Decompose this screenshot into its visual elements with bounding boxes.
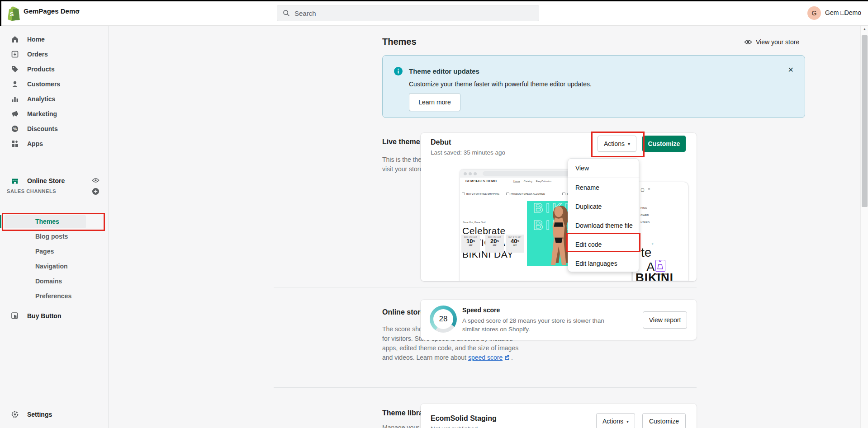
section-divider bbox=[274, 287, 697, 287]
eye-icon bbox=[744, 39, 752, 45]
sidebar-item-customers[interactable]: Customers bbox=[0, 76, 109, 91]
speed-score-link[interactable]: speed score bbox=[468, 354, 503, 361]
sidebar-item-settings[interactable]: Settings bbox=[0, 407, 109, 422]
sidebar-item-label: Orders bbox=[27, 51, 48, 58]
discount-tile: BUY 4 TO GET 40% OFF bbox=[506, 235, 524, 253]
library-actions-button[interactable]: Actions ▾ bbox=[596, 413, 635, 428]
sidebar-nav: Home Orders Products Customers Analytics… bbox=[0, 26, 109, 428]
actions-dropdown-menu: View Rename Duplicate Download theme fil… bbox=[568, 158, 639, 272]
sidebar-item-label: Marketing bbox=[27, 110, 57, 118]
theme-last-saved: Last saved: 35 minutes ago bbox=[431, 149, 505, 156]
menu-item-download-theme-file[interactable]: Download theme file bbox=[568, 216, 640, 235]
sidebar-item-label: Products bbox=[27, 66, 55, 73]
external-link-icon bbox=[503, 354, 509, 361]
tile-unit: % bbox=[517, 240, 519, 242]
promo-fragment: PING bbox=[640, 207, 647, 209]
search-icon bbox=[283, 9, 290, 17]
hero-kicker: Suns Out, Buns Out! bbox=[463, 221, 485, 224]
discount-tile: BUY 3 TO GET 20% OFF bbox=[485, 235, 504, 253]
bikini-word-fragment: BIKINI bbox=[636, 271, 674, 281]
live-theme-card: Debut Last saved: 35 minutes ago Actions… bbox=[421, 133, 697, 281]
library-customize-button[interactable]: Customize bbox=[642, 413, 686, 428]
kicker-fragment: t! bbox=[652, 242, 653, 245]
sidebar-item-home[interactable]: Home bbox=[0, 32, 109, 47]
library-theme-status: Not yet published bbox=[431, 425, 478, 428]
browser-dot bbox=[474, 172, 477, 175]
megaphone-icon bbox=[11, 110, 19, 118]
view-your-store-link[interactable]: View your store bbox=[744, 38, 799, 46]
window-top-edge bbox=[0, 0, 868, 1]
tile-bottom-label: OFF bbox=[485, 244, 504, 246]
buy-button-icon bbox=[11, 312, 19, 320]
sidebar-item-label: Buy Button bbox=[27, 312, 61, 320]
global-search[interactable] bbox=[277, 5, 539, 21]
bag-icon: ▢ bbox=[640, 188, 645, 192]
storefront-icon bbox=[11, 177, 19, 185]
preview-nav-link: EasyColumbo bbox=[536, 180, 551, 183]
menu-item-rename[interactable]: Rename bbox=[568, 178, 640, 197]
avatar-initial: G bbox=[812, 9, 817, 17]
user-menu[interactable]: Gem □Demo bbox=[825, 9, 861, 16]
menu-item-view[interactable]: View bbox=[568, 159, 640, 178]
sidebar-item-label: Customers bbox=[27, 80, 60, 88]
browser-dot bbox=[464, 172, 467, 175]
sidebar-item-analytics[interactable]: Analytics bbox=[0, 91, 109, 106]
scrollbar-thumb[interactable] bbox=[862, 35, 868, 207]
chevron-down-icon[interactable]: ▾ bbox=[77, 8, 80, 14]
speed-card-title: Speed score bbox=[462, 306, 500, 314]
scroll-up-icon[interactable]: ▲ bbox=[861, 27, 868, 31]
search-input[interactable] bbox=[294, 9, 521, 17]
page-title: Themes bbox=[382, 37, 417, 47]
sidebar-item-orders[interactable]: Orders bbox=[0, 47, 109, 61]
close-icon[interactable]: ✕ bbox=[788, 66, 794, 74]
home-icon bbox=[11, 35, 19, 43]
page-scrollbar[interactable]: ▲ bbox=[860, 26, 868, 428]
add-sales-channel-button[interactable] bbox=[92, 188, 100, 195]
svg-text:%: % bbox=[13, 126, 17, 131]
tile-unit: % bbox=[473, 240, 475, 242]
customize-button[interactable]: Customize bbox=[642, 136, 686, 152]
theme-name: Debut bbox=[431, 138, 451, 146]
chevron-down-icon: ▾ bbox=[628, 141, 630, 146]
promo-fragment: OWED bbox=[640, 214, 649, 216]
calendar-icon bbox=[506, 193, 509, 195]
actions-button-label: Actions bbox=[604, 140, 625, 147]
learn-more-button[interactable]: Learn more bbox=[409, 93, 460, 111]
sidebar-item-pages[interactable]: Pages bbox=[35, 248, 54, 255]
eye-icon[interactable] bbox=[92, 177, 100, 183]
sidebar-item-themes[interactable]: Themes bbox=[35, 218, 59, 225]
tile-bottom-label: OFF bbox=[506, 244, 524, 246]
sidebar-item-buy-button[interactable]: Buy Button bbox=[0, 308, 109, 324]
sales-channels-heading: SALES CHANNELS bbox=[7, 188, 56, 194]
speed-score-card: 28 Speed score A speed score of 28 means… bbox=[421, 300, 697, 340]
apps-grid-icon bbox=[11, 140, 19, 148]
preview-promo-item: PRODUCT CHECK ALLOWED bbox=[506, 193, 545, 195]
sidebar-item-blog-posts[interactable]: Blog posts bbox=[35, 233, 68, 240]
theme-mobile-preview: ▢ ≡ PING OWED NTEED t! te A Sizing Advic… bbox=[632, 182, 688, 281]
tile-value: 20 bbox=[490, 238, 497, 245]
preview-nav-link: Home bbox=[513, 180, 520, 183]
actions-button-label: Actions bbox=[602, 418, 623, 425]
tile-value: 10 bbox=[466, 238, 473, 245]
shopify-logo-icon[interactable]: S bbox=[6, 5, 20, 21]
sidebar-item-navigation[interactable]: Navigation bbox=[35, 263, 68, 270]
menu-item-duplicate[interactable]: Duplicate bbox=[568, 197, 640, 216]
bar-chart-icon bbox=[11, 95, 19, 103]
theme-editor-updates-banner: Theme editor updates Customize your them… bbox=[382, 55, 805, 118]
avatar[interactable]: G bbox=[807, 6, 821, 20]
view-report-button[interactable]: View report bbox=[643, 311, 687, 329]
sidebar-item-products[interactable]: Products bbox=[0, 61, 109, 76]
promo-fragment: NTEED bbox=[640, 221, 650, 224]
speed-score-gauge: 28 bbox=[430, 306, 457, 333]
sidebar-item-discounts[interactable]: % Discounts bbox=[0, 121, 109, 136]
sidebar-item-marketing[interactable]: Marketing bbox=[0, 106, 109, 121]
sidebar-item-apps[interactable]: Apps bbox=[0, 136, 109, 151]
store-name-menu[interactable]: GemPages Demo bbox=[24, 7, 79, 15]
menu-item-edit-code[interactable]: Edit code bbox=[568, 235, 640, 254]
menu-item-edit-languages[interactable]: Edit languages bbox=[568, 254, 640, 273]
tile-bottom-label: OFF bbox=[461, 244, 480, 246]
actions-button[interactable]: Actions ▾ bbox=[598, 136, 636, 152]
sidebar-item-label: Analytics bbox=[27, 95, 55, 103]
preview-nav-link: Catalog bbox=[524, 180, 532, 183]
svg-text:S: S bbox=[10, 11, 14, 18]
